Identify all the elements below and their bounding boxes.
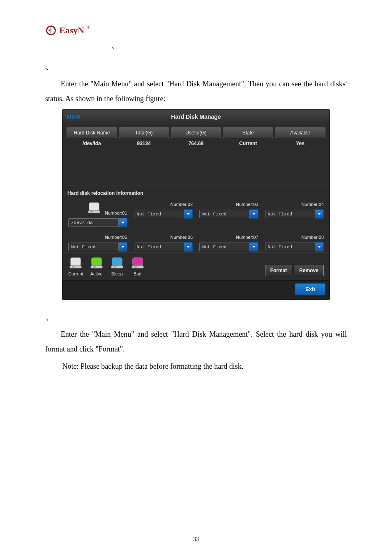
window-footer: Exit (62, 280, 330, 299)
slot-label: Number:04 (302, 202, 324, 207)
exit-button[interactable]: Exit (295, 283, 325, 295)
slot-7: Number:07Not Fixed (199, 235, 258, 252)
brand-text: EasyN (59, 25, 84, 36)
cell-total: 93134 (119, 141, 169, 146)
paragraph-note: Note: Please backup the data before form… (45, 359, 347, 374)
window-titlebar: NVR Hard Disk Manage (62, 110, 330, 124)
slot-value: Not Fixed (134, 210, 184, 218)
slot-dropdown[interactable]: Not Fixed (265, 209, 324, 219)
punctuation-mark: 、 (45, 62, 347, 71)
svg-rect-9 (91, 258, 101, 266)
slot-5: Number:05Not Fixed (68, 235, 127, 252)
slot-3: Number:03Not Fixed (199, 202, 258, 227)
col-available: Available (275, 127, 325, 138)
window-title: Hard Disk Manage (171, 113, 221, 120)
slot-dropdown[interactable]: Not Fixed (68, 242, 127, 252)
svg-rect-8 (72, 266, 75, 268)
slot-2: Number:02Not Fixed (134, 202, 193, 227)
chevron-down-icon[interactable] (184, 242, 193, 252)
paragraph-format: Enter the "Main Menu" and select "Hard D… (45, 327, 347, 356)
table-row[interactable]: /dev/ida 93134 764.68 Current Yes (67, 138, 325, 147)
page-number: 33 (0, 536, 392, 543)
svg-rect-12 (112, 258, 122, 266)
cell-useful: 764.68 (171, 141, 221, 146)
disk-table: Hard Disk Name Total(G) Useful(G) State … (62, 124, 330, 183)
slot-value: Not Fixed (134, 243, 184, 251)
svg-rect-10 (91, 266, 102, 268)
format-button[interactable]: Format (265, 265, 293, 276)
slot-label: Number:01 (105, 210, 127, 215)
slot-label: Number:02 (171, 202, 193, 207)
chevron-down-icon[interactable] (315, 242, 324, 252)
legend-row: CurrentActiveSleepBad Format Remove (62, 252, 330, 280)
slot-dropdown[interactable]: Not Fixed (265, 242, 324, 252)
legend-label: Active (90, 271, 103, 276)
svg-rect-11 (93, 266, 96, 268)
chevron-down-icon[interactable] (315, 209, 324, 219)
slot-dropdown[interactable]: /dev/ida (68, 218, 127, 227)
slot-dropdown[interactable]: Not Fixed (134, 242, 193, 252)
brand-logo: EasyN ® (45, 25, 347, 36)
slot-value: Not Fixed (265, 210, 316, 218)
slot-dropdown[interactable]: Not Fixed (134, 209, 193, 219)
svg-rect-7 (70, 266, 81, 268)
slot-value: Not Fixed (199, 210, 250, 218)
slot-label: Number:07 (236, 235, 258, 240)
svg-rect-6 (71, 258, 81, 266)
svg-rect-16 (132, 266, 143, 268)
slot-dropdown[interactable]: Not Fixed (199, 209, 258, 219)
col-total: Total(G) (119, 127, 169, 138)
col-hard-disk-name: Hard Disk Name (67, 127, 117, 138)
slot-dropdown[interactable]: Not Fixed (199, 242, 258, 252)
slot-8: Number:08Not Fixed (265, 235, 324, 252)
nvr-brand-label: NVR (67, 113, 81, 120)
slot-label: Number:08 (302, 235, 324, 240)
remove-button[interactable]: Remove (294, 265, 324, 276)
slot-6: Number:06Not Fixed (134, 235, 193, 252)
punctuation-mark: 、 (111, 40, 347, 49)
slot-value: Not Fixed (265, 243, 316, 251)
easyn-logo-icon (45, 25, 57, 36)
hdd-icon (89, 257, 104, 270)
legend-bad: Bad (130, 257, 145, 276)
hdd-icon (130, 257, 145, 270)
hdd-icon (110, 257, 125, 270)
chevron-down-icon[interactable] (184, 209, 193, 219)
svg-rect-3 (89, 203, 99, 210)
svg-point-1 (48, 30, 50, 31)
brand-registered: ® (87, 25, 90, 30)
svg-rect-14 (113, 266, 116, 268)
hdd-icon (68, 257, 83, 270)
chevron-down-icon[interactable] (250, 242, 258, 252)
slot-1: Number:01/dev/ida (68, 202, 127, 227)
svg-rect-15 (132, 258, 143, 266)
chevron-down-icon[interactable] (119, 242, 127, 252)
legend-label: Sleep (111, 271, 123, 276)
col-state: State (223, 127, 273, 138)
legend-sleep: Sleep (110, 257, 125, 276)
legend-active: Active (89, 257, 104, 276)
svg-rect-5 (90, 211, 93, 213)
col-useful: Useful(G) (171, 127, 221, 138)
svg-rect-13 (111, 266, 123, 268)
slot-value: Not Fixed (199, 243, 250, 251)
hard-disk-manage-window: NVR Hard Disk Manage Hard Disk Name Tota… (62, 109, 330, 300)
cell-available: Yes (275, 141, 325, 146)
svg-rect-4 (88, 210, 100, 213)
punctuation-mark: 、 (45, 312, 347, 321)
relocation-slots: Number:01/dev/idaNumber:02Not FixedNumbe… (62, 199, 330, 252)
relocation-section-title: Hard disk relocation information (62, 185, 330, 199)
cell-name: /dev/ida (67, 141, 117, 146)
slot-4: Number:04Not Fixed (265, 202, 324, 227)
legend-label: Bad (134, 271, 142, 276)
chevron-down-icon[interactable] (119, 218, 127, 227)
chevron-down-icon[interactable] (250, 209, 258, 219)
legend-current: Current (68, 257, 83, 276)
svg-rect-17 (134, 266, 137, 268)
slot-value: Not Fixed (68, 243, 119, 251)
slot-label: Number:03 (236, 202, 258, 207)
hdd-icon (87, 202, 101, 215)
slot-value: /dev/ida (68, 218, 119, 227)
slot-label: Number:05 (105, 235, 127, 240)
paragraph-status: Enter the "Main Menu" and select "Hard D… (45, 76, 347, 106)
